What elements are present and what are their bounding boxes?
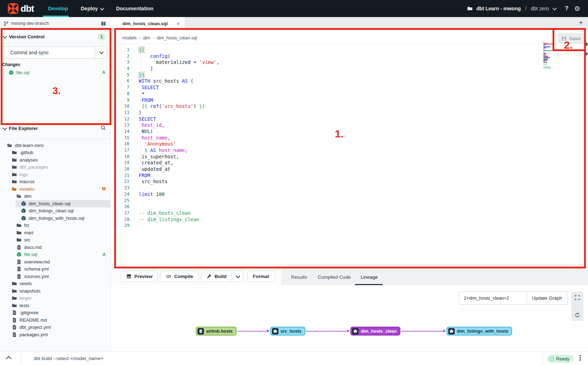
code-line-12[interactable]: 12SELECT	[111, 116, 536, 122]
project-name[interactable]: dbt Learn - mwong	[476, 6, 521, 11]
gear-icon[interactable]: ⚙	[574, 5, 580, 13]
tree-item-dim-hosts-clean-sql[interactable]: dim_hosts_clean.sql	[0, 200, 110, 207]
code-line-5[interactable]: 5}}	[111, 72, 536, 78]
commit-and-sync-button[interactable]: Commit and sync	[4, 46, 107, 59]
code-line-18[interactable]: 18 is_superhost,	[111, 154, 536, 160]
code-line-28[interactable]: 28-- dim_listings_clean	[111, 217, 536, 223]
code-line-13[interactable]: 13 host_id,	[111, 122, 536, 129]
tree-item-seeds[interactable]: seeds	[0, 280, 110, 288]
nav-item-develop[interactable]: Develop	[48, 6, 68, 11]
nav-item-documentation[interactable]: Documentation	[116, 6, 154, 11]
environment-name[interactable]: dbt zero	[531, 6, 549, 11]
tree-item-overview-md[interactable]: overview.md	[0, 258, 110, 266]
chevron-down-icon[interactable]	[552, 6, 557, 10]
nav-item-deploy[interactable]: Deploy	[81, 6, 103, 11]
code-line-19[interactable]: 19 created_at,	[111, 160, 536, 166]
code-line-7[interactable]: 7 SELECT	[111, 85, 536, 91]
version-control-header[interactable]: Version Control 1	[0, 33, 110, 40]
code-line-29[interactable]: 29	[111, 223, 536, 229]
tree-item-macros[interactable]: macros	[0, 178, 110, 186]
tree-item-sources-yml[interactable]: sources.yml	[0, 273, 110, 280]
update-graph-button[interactable]: Update Graph	[527, 292, 567, 305]
close-icon[interactable]: ×	[177, 21, 180, 27]
build-options-dropdown[interactable]	[231, 271, 243, 282]
tree-item-packages-yml[interactable]: packages.yml	[0, 331, 110, 338]
reset-view-icon[interactable]	[575, 312, 580, 318]
code-line-27[interactable]: 27-- dim_hosts_clean	[111, 210, 536, 217]
tree-item--github[interactable]: .github	[0, 149, 110, 157]
tree-item-dbt-learn-zero[interactable]: dbt-learn-zero	[0, 142, 110, 149]
code-line-22[interactable]: 22 src_hosts	[111, 179, 536, 185]
code-line-17[interactable]: 17 ) AS host_name,	[111, 147, 536, 154]
tab-results[interactable]: Results	[291, 269, 307, 285]
command-input[interactable]: dbt build --select <model_name>	[34, 356, 104, 361]
tab-lineage[interactable]: Lineage	[361, 269, 378, 285]
tree-item-schema-yml[interactable]: schema.yml	[0, 266, 110, 273]
tree-item-analyses[interactable]: analyses	[0, 156, 110, 164]
file-explorer-header[interactable]: File Explorer	[0, 125, 110, 132]
tree-item-models[interactable]: modelsM	[0, 185, 110, 193]
code-line-14[interactable]: 14 NVL(	[111, 129, 536, 135]
new-tab-button[interactable]: +	[579, 19, 583, 27]
code-minimap[interactable]	[543, 42, 554, 70]
code-line-15[interactable]: 15 host_name,	[111, 135, 536, 141]
code-line-23[interactable]: 23	[111, 185, 536, 191]
tree-item-dim-listings-clean-sql[interactable]: dim_listings_clean.sql	[0, 207, 110, 215]
code-line-9[interactable]: 9 FROM	[111, 97, 536, 104]
tree-item-target[interactable]: target	[0, 295, 110, 302]
tree-item-tests[interactable]: tests	[0, 302, 110, 309]
lineage-node-airbnb-hosts[interactable]: airbnb.hosts	[196, 327, 237, 336]
breadcrumb-dim[interactable]: dim	[143, 36, 150, 40]
breadcrumb-models[interactable]: models	[122, 36, 137, 40]
collapse-panel-icon[interactable]	[6, 356, 11, 360]
dbt-logo[interactable]: dbt	[8, 3, 34, 14]
code-line-1[interactable]: 1{{	[111, 47, 536, 53]
code-line-20[interactable]: 20 updated_at	[111, 166, 536, 173]
code-line-6[interactable]: 6WITH src_hosts AS (	[111, 78, 536, 85]
tab-compiled-code[interactable]: Compiled Code	[318, 269, 351, 285]
branch-name[interactable]: mwong-dev-branch	[11, 21, 49, 26]
tree-item-readme-md[interactable]: README.md	[0, 316, 110, 324]
tree-item-file-sql[interactable]: file.sqlA	[0, 251, 110, 258]
code-line-24[interactable]: 24limit 100	[111, 191, 536, 198]
save-button[interactable]: Save	[558, 33, 584, 44]
code-area[interactable]: 1{{2 config(3 materialized = 'view',4 )5…	[111, 47, 536, 229]
code-line-16[interactable]: 16 'Anonymous'	[111, 141, 536, 147]
tree-item-src[interactable]: src	[0, 236, 110, 244]
tree-item--gitignore[interactable]: .gitignore	[0, 309, 110, 317]
code-line-8[interactable]: 8 *	[111, 91, 536, 97]
code-line-26[interactable]: 26	[111, 204, 536, 210]
lineage-node-dim-hosts-clean[interactable]: dim_hosts_clean	[350, 327, 400, 336]
code-line-10[interactable]: 10 {{ ref('src_hosts') }}	[111, 103, 536, 110]
tree-item-logs[interactable]: logs	[0, 171, 110, 178]
code-line-11[interactable]: 11)	[111, 110, 536, 116]
scrollbar-thumb[interactable]	[585, 43, 588, 46]
changed-file-row[interactable]: file.sql A	[0, 69, 110, 76]
preview-button[interactable]: Preview	[121, 271, 158, 282]
kebab-menu-icon[interactable]	[579, 355, 581, 361]
code-line-21[interactable]: 21FROM	[111, 173, 536, 179]
commit-options-dropdown[interactable]	[95, 47, 107, 58]
lineage-node-dim-listings-with-hosts[interactable]: dim_listings_with_hosts	[446, 327, 512, 336]
lineage-node-src-hosts[interactable]: src_hosts	[270, 327, 305, 336]
tree-item-dbt-packages[interactable]: dbt_packages	[0, 164, 110, 171]
code-line-25[interactable]: 25	[111, 198, 536, 204]
tree-item-snapshots[interactable]: snapshots	[0, 287, 110, 295]
help-icon[interactable]: ?	[565, 5, 568, 12]
tree-item-dim[interactable]: dim	[0, 193, 110, 200]
compile-button[interactable]: Compile	[160, 271, 199, 282]
code-line-4[interactable]: 4 )	[111, 66, 536, 72]
tree-item-dim-listings-with-hosts-sql[interactable]: dim_listings_with_hosts.sql	[0, 214, 110, 222]
lineage-filter-input[interactable]: 2+dim_hosts_clean+2	[459, 292, 527, 305]
tab-dim-hosts-clean[interactable]: dim_hosts_clean.sql ×	[111, 17, 185, 30]
code-line-3[interactable]: 3 materialized = 'view',	[111, 59, 536, 66]
tree-item-mart[interactable]: mart	[0, 229, 110, 236]
code-line-2[interactable]: 2 config(	[111, 53, 536, 60]
tree-item-dbt-project-yml[interactable]: dbt_project.yml	[0, 324, 110, 331]
breadcrumb-file[interactable]: dim_hosts_clean.sql	[157, 36, 197, 40]
scrollbar-thumb[interactable]	[585, 53, 588, 55]
fullscreen-icon[interactable]	[575, 295, 580, 300]
build-button[interactable]: Build	[201, 271, 244, 282]
tree-item-fct[interactable]: fct	[0, 222, 110, 229]
book-icon[interactable]	[101, 21, 106, 26]
